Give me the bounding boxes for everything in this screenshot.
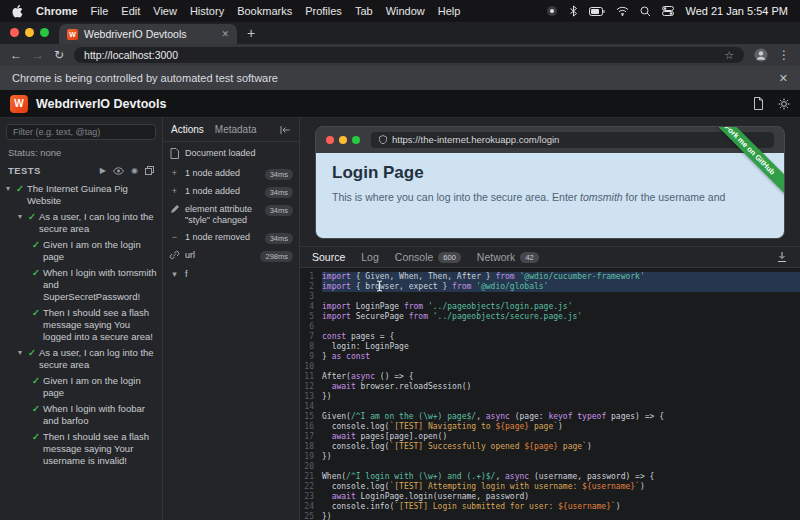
collapse-panel-icon[interactable] xyxy=(279,125,291,135)
action-item[interactable]: +1 node added34ms xyxy=(163,165,299,183)
download-icon[interactable] xyxy=(776,251,788,263)
text-cursor-pointer xyxy=(376,277,383,296)
preview-window: https://the-internet.herokuapp.com/login… xyxy=(315,126,785,239)
token: async xyxy=(351,372,375,381)
menu-item[interactable]: View xyxy=(153,5,177,17)
report-doc-icon[interactable] xyxy=(753,97,764,110)
profile-avatar[interactable] xyxy=(754,48,768,62)
line-content: console.log(`[TEST] Attempting login wit… xyxy=(322,482,800,492)
menu-item[interactable]: Help xyxy=(438,5,461,17)
token: page` xyxy=(558,442,587,451)
screen-record-icon[interactable] xyxy=(546,5,558,17)
address-bar[interactable]: http://localhost:3000 ☆ xyxy=(74,47,744,63)
zoom-window-button[interactable] xyxy=(40,28,49,37)
token: /^I am on the (\w+) page$/ xyxy=(351,412,476,421)
test-label: Given I am on the login page xyxy=(43,239,158,263)
token: pages[page].open() xyxy=(356,432,448,441)
search-icon[interactable] xyxy=(640,6,651,17)
menu-item[interactable]: Profiles xyxy=(305,5,342,17)
test-tree-item[interactable]: ✓Then I should see a flash message sayin… xyxy=(0,429,162,469)
control-center-icon[interactable] xyxy=(662,6,674,16)
action-item[interactable]: −1 node removed34ms xyxy=(163,229,299,247)
battery-icon[interactable] xyxy=(589,7,605,16)
wifi-icon[interactable] xyxy=(616,6,629,16)
token: ${page} xyxy=(524,442,558,451)
doc-icon xyxy=(169,148,180,162)
line-content: }) xyxy=(322,452,800,462)
tab-close-icon[interactable]: ✕ xyxy=(221,29,229,39)
code-line: 9} as const xyxy=(300,352,800,362)
code-editor[interactable]: 1import { Given, When, Then, After } fro… xyxy=(300,268,800,520)
menu-item[interactable]: Window xyxy=(386,5,425,17)
back-button[interactable]: ← xyxy=(10,49,22,61)
action-time-badge: 34ms xyxy=(265,205,293,216)
test-tree-item[interactable]: ▾✓As a user, I can log into the secure a… xyxy=(0,345,162,373)
tab-source[interactable]: Source xyxy=(312,251,345,263)
menu-item[interactable]: File xyxy=(91,5,109,17)
chevron-down-icon[interactable]: ▾ xyxy=(18,347,28,359)
token xyxy=(322,382,332,391)
line-number: 14 xyxy=(300,402,322,412)
chevron-down-icon[interactable]: ▾ xyxy=(18,211,28,223)
copy-icon[interactable] xyxy=(145,166,154,175)
action-item[interactable]: element attribute "style" changed34ms xyxy=(163,201,299,229)
line-content xyxy=(322,362,800,372)
theme-toggle-icon[interactable] xyxy=(778,98,790,110)
right-column: https://the-internet.herokuapp.com/login… xyxy=(300,118,800,520)
tab-metadata[interactable]: Metadata xyxy=(215,124,257,135)
line-content: import { Given, When, Then, After } from… xyxy=(322,272,800,282)
tab-actions[interactable]: Actions xyxy=(171,124,204,135)
run-tests-icon[interactable]: ▶ xyxy=(100,166,106,175)
menu-item[interactable]: Tab xyxy=(355,5,373,17)
close-window-button[interactable] xyxy=(10,28,19,37)
action-time-badge: 34ms xyxy=(265,233,293,244)
tab-console[interactable]: Console600 xyxy=(395,251,461,263)
reload-button[interactable]: ↻ xyxy=(54,49,64,61)
url-text[interactable]: http://localhost:3000 xyxy=(84,49,718,61)
infobar-close-icon[interactable]: ✕ xyxy=(779,72,788,85)
menu-item[interactable]: History xyxy=(190,5,224,17)
chevron-down-icon[interactable]: ▾ xyxy=(6,183,16,195)
window-controls xyxy=(10,28,49,37)
bluetooth-icon[interactable] xyxy=(569,5,578,17)
tab-log[interactable]: Log xyxy=(361,251,379,263)
test-tree-item[interactable]: ✓Given I am on the login page xyxy=(0,237,162,265)
chrome-menu-icon[interactable]: ⋮ xyxy=(778,48,790,62)
chrome-toolbar: ← → ↻ http://localhost:3000 ☆ ⋮ xyxy=(0,44,800,66)
check-icon: ✓ xyxy=(32,431,43,443)
browser-tab[interactable]: W WebdriverIO Devtools ✕ xyxy=(59,24,237,44)
token: (page: xyxy=(510,412,549,421)
token: } xyxy=(322,352,332,361)
apple-logo-icon[interactable] xyxy=(12,5,23,18)
browser-preview: https://the-internet.herokuapp.com/login… xyxy=(300,118,800,247)
preview-url: https://the-internet.herokuapp.com/login xyxy=(392,134,559,145)
code-line: 19}) xyxy=(300,452,800,462)
menu-item[interactable]: Edit xyxy=(121,5,140,17)
test-tree-item[interactable]: ▾✓As a user, I can log into the secure a… xyxy=(0,209,162,237)
new-tab-button[interactable]: + xyxy=(247,26,255,40)
test-tree-item[interactable]: ✓Then I should see a flash message sayin… xyxy=(0,305,162,345)
forward-button[interactable]: → xyxy=(32,49,44,61)
test-tree-item[interactable]: ✓When I login with tomsmith and SuperSec… xyxy=(0,265,162,305)
line-content: } as const xyxy=(322,352,800,362)
action-item[interactable]: +1 node added34ms xyxy=(163,183,299,201)
menu-item-app[interactable]: Chrome xyxy=(36,5,78,17)
action-item[interactable]: url298ms xyxy=(163,247,299,266)
action-item[interactable]: ▾f xyxy=(163,266,299,283)
action-item[interactable]: Document loaded xyxy=(163,145,299,165)
test-tree-item[interactable]: ▾✓The Internet Guinea Pig Website xyxy=(0,181,162,209)
test-tree-item[interactable]: ✓When I login with foobar and barfoo xyxy=(0,401,162,429)
automation-infobar: Chrome is being controlled by automated … xyxy=(0,66,800,90)
record-tests-icon[interactable]: ◉ xyxy=(131,166,138,175)
menubar-status-area: Wed 21 Jan 5:54 PM xyxy=(546,5,788,17)
watch-eye-icon[interactable] xyxy=(113,167,124,175)
test-tree-item[interactable]: ✓Given I am on the login page xyxy=(0,373,162,401)
menubar-clock[interactable]: Wed 21 Jan 5:54 PM xyxy=(685,5,788,17)
token: from xyxy=(495,272,514,281)
bookmark-star-icon[interactable]: ☆ xyxy=(724,49,734,62)
menu-item[interactable]: Bookmarks xyxy=(237,5,292,17)
tab-network[interactable]: Network42 xyxy=(477,251,539,263)
tab-title: WebdriverIO Devtools xyxy=(84,28,215,40)
filter-input[interactable] xyxy=(6,124,156,140)
minimize-window-button[interactable] xyxy=(25,28,34,37)
